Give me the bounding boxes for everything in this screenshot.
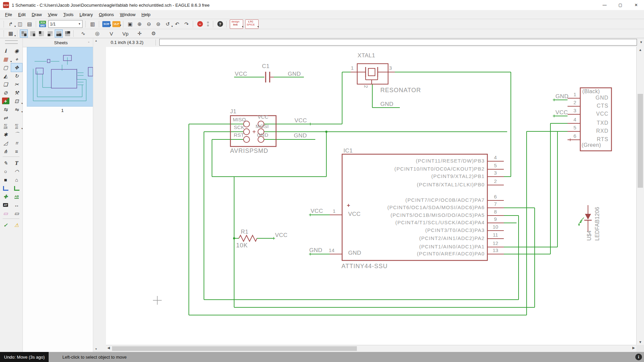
zoom-select-button[interactable]: ⊜: [154, 20, 163, 28]
zoom-fit-button[interactable]: ▣: [126, 20, 135, 28]
scroll-up-icon[interactable]: ▲: [93, 38, 99, 44]
refdes-xtal1[interactable]: XTAL1: [358, 52, 375, 59]
circle-tool[interactable]: ○: [0, 167, 11, 176]
menu-options[interactable]: Options: [96, 11, 117, 18]
gateswap-tool[interactable]: ⇆: [0, 105, 11, 114]
zoom-redraw-button[interactable]: ↺: [163, 20, 172, 28]
display-layers-tool[interactable]: ▦: [0, 55, 11, 63]
refdes-ic1[interactable]: IC1: [343, 147, 353, 154]
refdes-led[interactable]: U$4: [586, 217, 592, 241]
invoke-tool[interactable]: ≡: [11, 147, 22, 156]
net-tool[interactable]: [0, 184, 11, 192]
sheets-scrollbar[interactable]: ▲ ▼: [93, 38, 99, 352]
refdes-r1[interactable]: R1: [241, 229, 249, 235]
mark-tool[interactable]: ⌖: [11, 55, 22, 63]
panel-float-button[interactable]: ▫: [86, 40, 91, 45]
label-tool[interactable]: AB: [11, 192, 22, 201]
net-label-gnd[interactable]: GND: [309, 247, 322, 254]
frame-tool[interactable]: ▭: [11, 209, 22, 218]
redo-button[interactable]: ↷: [182, 20, 191, 28]
maximize-button[interactable]: ▢: [612, 0, 628, 10]
minimize-button[interactable]: —: [597, 0, 612, 10]
frame-pink-tool[interactable]: ▭: [0, 209, 11, 218]
net-label-gnd[interactable]: GND: [294, 132, 307, 139]
run-ulp-button[interactable]: ULP: [112, 21, 120, 27]
horizontal-scroll-thumb[interactable]: [112, 346, 357, 351]
undo-button[interactable]: ↶: [173, 20, 181, 28]
wire-tool[interactable]: ✎: [0, 159, 11, 167]
mark-origin-tool[interactable]: ⌗: [11, 139, 22, 147]
arc-tool[interactable]: ◠: [11, 167, 22, 176]
smash-tool[interactable]: ✱: [0, 130, 11, 139]
rotate-tool[interactable]: ↻: [11, 72, 22, 80]
name-tool[interactable]: R2 10k: [0, 122, 11, 130]
scroll-up-icon[interactable]: ▲: [639, 48, 642, 52]
attribute-tool[interactable]: AT: [0, 201, 11, 209]
scroll-down-icon[interactable]: ▼: [639, 340, 642, 344]
pinswap-tool[interactable]: ⇌: [0, 114, 11, 122]
layer-preset-6[interactable]: [63, 29, 71, 38]
value-tool[interactable]: R2 10: [11, 122, 22, 130]
vertical-scrollbar[interactable]: ▲ ▼: [636, 47, 644, 345]
print-button[interactable]: ▤: [25, 20, 34, 28]
value-ic1[interactable]: ATTINY44-SSU: [341, 263, 388, 270]
horizontal-scrollbar[interactable]: ◀ ▶: [106, 345, 636, 352]
value-j1[interactable]: AVRISPSMD: [230, 147, 268, 155]
dimension-tool[interactable]: ↔: [11, 201, 22, 209]
group-select-tool[interactable]: ▢: [0, 63, 11, 72]
stop-button[interactable]: −: [197, 21, 203, 27]
ltc-spice-button[interactable]: LTC SPICE: [245, 19, 259, 29]
sch-brd-toggle[interactable]: SCH BRD: [39, 21, 46, 27]
rect-tool[interactable]: ■: [0, 176, 11, 184]
library-button[interactable]: ▥: [88, 20, 97, 28]
net-class-button[interactable]: ✛: [135, 29, 144, 38]
refdes-j1[interactable]: J1: [230, 108, 236, 115]
command-input[interactable]: [159, 39, 637, 46]
move-tool[interactable]: ✥: [11, 63, 22, 72]
erc-tool[interactable]: ✓: [0, 221, 11, 229]
grid-button[interactable]: ▦: [6, 29, 15, 38]
net-label-vcc[interactable]: VCC: [555, 109, 568, 116]
split-tool[interactable]: ⋔: [0, 147, 11, 156]
sim-wave-button[interactable]: ∿: [79, 29, 88, 38]
mirror-tool[interactable]: ◭: [0, 72, 11, 80]
palette-grip[interactable]: [5, 40, 18, 44]
add-part-tool[interactable]: +: [2, 98, 9, 104]
change-tool[interactable]: ⚒: [11, 88, 22, 97]
copy-tool[interactable]: ❏: [0, 80, 11, 88]
errors-tool[interactable]: ⚠: [11, 221, 22, 229]
sheet-select-combo[interactable]: 1/1▼: [48, 20, 83, 28]
value-led[interactable]: LEDFAB1206: [594, 184, 600, 241]
delete-tool[interactable]: ⊘: [0, 88, 11, 97]
menu-draw[interactable]: Draw: [29, 11, 45, 18]
info-icon[interactable]: i: [635, 354, 642, 360]
voltage-probe-button[interactable]: V: [107, 29, 116, 38]
menu-tools[interactable]: Tools: [60, 11, 76, 18]
scroll-left-icon[interactable]: ◀: [107, 346, 110, 350]
command-history-dropdown-icon[interactable]: ▼: [640, 41, 643, 44]
show-tool[interactable]: ◉: [11, 47, 22, 55]
layer-preset-4[interactable]: [46, 29, 54, 38]
scroll-right-icon[interactable]: ▶: [632, 346, 635, 350]
layer-preset-1[interactable]: [20, 29, 28, 38]
run-script-button[interactable]: SCR: [102, 21, 110, 27]
phase-probe-button[interactable]: Vp: [121, 29, 130, 38]
layer-preset-2[interactable]: [29, 29, 37, 38]
vertical-scroll-thumb[interactable]: [638, 94, 643, 188]
net-label-gnd[interactable]: GND: [380, 101, 393, 108]
net-label-vcc[interactable]: VCC: [294, 117, 307, 124]
menu-file[interactable]: File: [2, 11, 15, 18]
net-label-vcc[interactable]: VCC: [235, 71, 247, 77]
menu-help[interactable]: Help: [139, 11, 154, 18]
menu-view[interactable]: View: [45, 11, 60, 18]
invoke-gate-tool[interactable]: ⊡: [11, 97, 22, 105]
junction-tool[interactable]: ✚: [0, 192, 11, 201]
miter-angle-tool[interactable]: ◿: [0, 139, 11, 147]
cut-tool[interactable]: ✂: [11, 80, 22, 88]
value-r1[interactable]: 10K: [236, 242, 248, 249]
menu-library[interactable]: Library: [76, 11, 96, 18]
text-tool[interactable]: T: [11, 159, 22, 167]
menu-window[interactable]: Window: [117, 11, 139, 18]
open-button[interactable]: ↱: [6, 20, 15, 28]
bus-tool[interactable]: [11, 184, 22, 192]
